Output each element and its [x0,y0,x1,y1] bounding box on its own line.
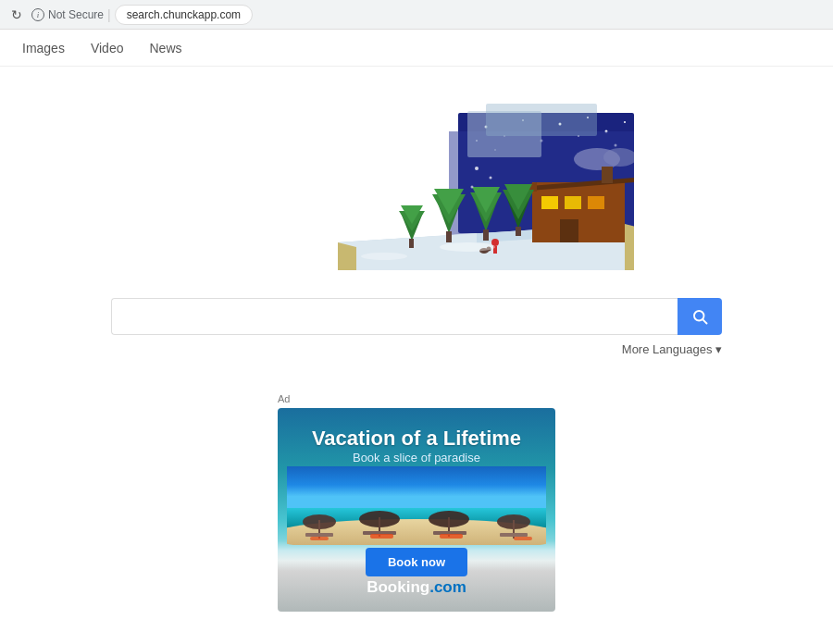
beach-scene [287,466,546,545]
ad-top-text: Vacation of a Lifetime Book a slice of p… [312,427,521,464]
nav-bar: Images Video News [0,30,833,67]
booking-logo-area: Booking.com [367,578,466,597]
svg-point-55 [490,177,492,180]
browser-chrome: ↻ i Not Secure | search.chunckapp.com [0,0,833,30]
search-input[interactable] [111,298,678,335]
nav-item-images[interactable]: Images [11,33,76,63]
search-container [111,298,722,335]
url-bar[interactable]: search.chunckapp.com [115,5,253,25]
svg-rect-29 [588,196,604,209]
ad-container: Ad Vacation of a Lifetime Book a slice o… [278,393,555,612]
svg-rect-77 [440,534,463,539]
svg-marker-22 [625,224,634,270]
svg-rect-79 [514,537,532,540]
booking-brand: Booking.com [367,578,466,597]
svg-marker-23 [338,242,356,270]
svg-rect-58 [486,104,597,136]
ad-subtitle: Book a slice of paradise [312,451,521,464]
svg-rect-28 [565,196,581,209]
svg-rect-30 [560,219,578,242]
book-now-button[interactable]: Book now [366,548,467,576]
svg-rect-43 [516,227,521,236]
svg-rect-47 [409,239,414,248]
info-icon: i [31,8,44,21]
svg-point-52 [440,242,495,252]
search-icon [691,308,708,325]
svg-rect-78 [310,537,329,540]
svg-point-56 [471,186,474,189]
search-button[interactable] [678,298,722,335]
winter-illustration [199,85,634,270]
security-info: i Not Secure | search.chunckapp.com [31,5,253,25]
svg-rect-39 [483,229,489,241]
svg-point-7 [624,121,626,123]
separator: | [107,7,111,22]
ad-title: Vacation of a Lifetime [312,427,521,451]
nav-item-video[interactable]: Video [80,33,135,63]
svg-rect-66 [305,533,333,537]
svg-rect-31 [602,167,613,183]
svg-line-60 [702,319,706,323]
security-label: Not Secure [48,8,104,21]
svg-rect-27 [541,196,558,209]
svg-point-54 [475,167,479,170]
svg-point-48 [491,239,499,246]
svg-point-53 [361,253,407,260]
main-content: More Languages ▾ Ad Vacation of a Lifeti… [0,67,833,612]
svg-marker-20 [338,233,477,270]
more-languages[interactable]: More Languages ▾ [111,342,722,356]
svg-rect-75 [500,533,528,537]
ad-banner[interactable]: Vacation of a Lifetime Book a slice of p… [278,408,555,612]
svg-rect-76 [370,534,393,539]
refresh-icon[interactable]: ↻ [9,7,24,22]
ad-label: Ad [278,393,290,404]
svg-rect-61 [287,466,546,513]
svg-rect-35 [446,231,452,242]
nav-item-news[interactable]: News [138,33,193,63]
more-languages-label: More Languages ▾ [622,342,722,356]
